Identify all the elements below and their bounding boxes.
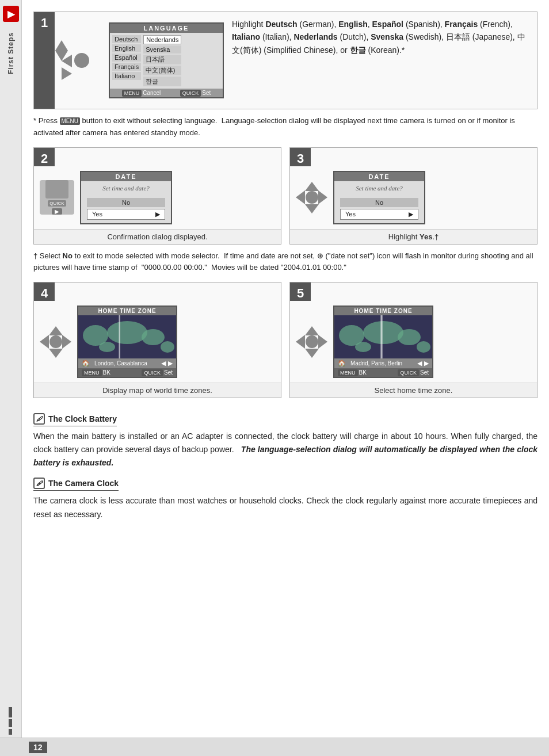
svg-rect-7 bbox=[119, 315, 120, 358]
clock-battery-section: 🖊 The Clock Battery When the main batter… bbox=[33, 413, 537, 469]
note-icon-2: 🖊 bbox=[33, 478, 45, 489]
lang-english: English bbox=[112, 44, 141, 52]
vbar-2 bbox=[9, 719, 12, 727]
step3-header: 3 bbox=[290, 148, 537, 166]
camera-clock-section: 🖊 The Camera Clock The camera clock is l… bbox=[33, 478, 537, 521]
language-dialog: LANGUAGE Deutsch English Español Françai… bbox=[109, 22, 224, 98]
lang-italiano: Italiano bbox=[112, 72, 141, 80]
home-icon-5: 🏠 bbox=[338, 360, 346, 367]
dpad-4 bbox=[40, 326, 71, 358]
step4-header: 4 bbox=[34, 282, 281, 301]
step1-number: 1 bbox=[34, 12, 55, 109]
htz-arrow-left-4: ◀ bbox=[161, 360, 166, 367]
language-footer: MENUCancel QUICKSet bbox=[110, 89, 223, 97]
step4-caption: Display map of world time zones. bbox=[34, 383, 281, 398]
lang-francais: Français bbox=[112, 63, 141, 71]
lang-chinese: 中文(简体) bbox=[143, 66, 181, 75]
dpad-center bbox=[74, 53, 89, 68]
page-number-bar: 12 bbox=[0, 738, 549, 756]
date-dialog-2-title: DATE bbox=[81, 172, 171, 181]
date-dialog-2: DATE Set time and date? No Yes ▶ bbox=[80, 171, 172, 224]
step5-box: 5 HOME TIME ZONE bbox=[289, 282, 537, 398]
camera-clock-body: The camera clock is less accurate than m… bbox=[33, 494, 537, 521]
play-button: ▶ bbox=[52, 208, 62, 215]
svg-point-3 bbox=[142, 329, 165, 345]
htz-location-5: Madrid, Paris, Berlin bbox=[350, 360, 415, 366]
step3-caption: Highlight Yes.† bbox=[290, 229, 537, 244]
htz-map-4 bbox=[78, 315, 176, 358]
vbar-1 bbox=[9, 707, 12, 717]
step4-box: 4 HOME TIME ZONE bbox=[33, 282, 281, 398]
note-icon-1: 🖊 bbox=[33, 413, 45, 425]
quick-button: QUICK bbox=[48, 200, 66, 207]
vert-bars bbox=[0, 707, 21, 738]
step1-box: 1 LANGUAGE Deutsch English Español bbox=[33, 12, 537, 109]
htz-arrow-right-4: ▶ bbox=[168, 360, 173, 367]
step4-number: 4 bbox=[34, 282, 55, 301]
dpad-right bbox=[62, 67, 72, 80]
step3-box: 3 DATE Set time and date? No bbox=[289, 147, 537, 245]
camera-body-2: QUICK ▶ bbox=[40, 180, 74, 215]
lang-deutsch: Deutsch bbox=[112, 35, 141, 43]
htz-location-4: London, Casablanca bbox=[94, 360, 159, 366]
dpad bbox=[62, 40, 102, 81]
step2-box: 2 QUICK ▶ DATE Set time and date? No Y bbox=[33, 147, 281, 245]
svg-point-5 bbox=[99, 342, 115, 352]
page-number: 12 bbox=[29, 742, 47, 753]
sidebar-label: First Steps bbox=[7, 32, 15, 74]
htz-dialog-5: HOME TIME ZONE bbox=[333, 306, 433, 378]
htz-actions-4: MENUBK QUICKSet bbox=[78, 368, 176, 377]
language-col2: Nederlands Svenska 日本語 中文(简体) 한글 bbox=[143, 35, 181, 86]
htz-footer-5: 🏠 Madrid, Paris, Berlin ◀ ▶ bbox=[334, 358, 432, 368]
sidebar-icon: ▶ bbox=[3, 6, 19, 22]
step2-caption: Confirmation dialog displayed. bbox=[34, 229, 281, 244]
lang-svenska: Svenska bbox=[143, 45, 181, 54]
date-dialog-3-body: Set time and date? No Yes ▶ bbox=[334, 181, 424, 223]
vbar-3 bbox=[9, 729, 12, 735]
step5-content: HOME TIME ZONE bbox=[290, 301, 537, 383]
htz-actions-5: MENUBK QUICKSet bbox=[334, 368, 432, 377]
date-subtitle-2: Set time and date? bbox=[87, 185, 165, 192]
date-dialog-3: DATE Set time and date? No Yes ▶ bbox=[333, 171, 425, 224]
dpad-3 bbox=[296, 182, 327, 213]
htz-arrow-right-5: ▶ bbox=[424, 360, 429, 367]
main-content: 1 LANGUAGE Deutsch English Español bbox=[22, 0, 549, 541]
svg-point-10 bbox=[363, 321, 403, 344]
step4-content: HOME TIME ZONE bbox=[34, 301, 281, 383]
language-dialog-area: LANGUAGE Deutsch English Español Françai… bbox=[109, 12, 224, 109]
date-yes-2: Yes ▶ bbox=[87, 209, 165, 220]
home-icon-4: 🏠 bbox=[82, 360, 90, 367]
language-dialog-body: Deutsch English Español Français Italian… bbox=[110, 33, 223, 89]
date-subtitle-3: Set time and date? bbox=[340, 185, 418, 192]
steps-2-3-row: 2 QUICK ▶ DATE Set time and date? No Y bbox=[33, 147, 537, 245]
step2-header: 2 bbox=[34, 148, 281, 166]
lang-japanese: 日本語 bbox=[143, 55, 181, 64]
asterisk-note: * Press MENU button to exit without sele… bbox=[33, 115, 537, 139]
svg-point-4 bbox=[161, 341, 174, 353]
dagger-note: † Select No to exit to mode selected wit… bbox=[33, 250, 537, 274]
date-dialog-3-title: DATE bbox=[334, 172, 424, 181]
step2-content: QUICK ▶ DATE Set time and date? No Yes ▶ bbox=[34, 166, 281, 229]
date-no-3: No bbox=[340, 198, 418, 207]
svg-point-11 bbox=[398, 329, 421, 345]
htz-title-4: HOME TIME ZONE bbox=[78, 307, 176, 315]
step1-left bbox=[55, 12, 109, 109]
svg-rect-15 bbox=[380, 315, 383, 358]
camera-clock-title: The Camera Clock bbox=[48, 479, 119, 488]
lang-nederlands: Nederlands bbox=[143, 35, 181, 44]
step1-description: Highlight Deutsch (German), English, Esp… bbox=[224, 12, 537, 109]
sidebar: ▶ First Steps bbox=[0, 0, 22, 756]
date-dialog-2-body: Set time and date? No Yes ▶ bbox=[81, 181, 171, 223]
clock-battery-body: When the main battery is installed or an… bbox=[33, 430, 537, 469]
svg-point-2 bbox=[107, 321, 147, 344]
htz-footer-4: 🏠 London, Casablanca ◀ ▶ bbox=[78, 358, 176, 368]
set-btn: QUICKSet bbox=[180, 90, 211, 96]
date-yes-3: Yes ▶ bbox=[340, 209, 418, 220]
htz-arrow-left-5: ◀ bbox=[417, 360, 422, 367]
camera-clock-header: 🖊 The Camera Clock bbox=[33, 478, 119, 491]
step5-number: 5 bbox=[290, 282, 311, 301]
step3-number: 3 bbox=[290, 148, 311, 166]
steps-4-5-row: 4 HOME TIME ZONE bbox=[33, 282, 537, 398]
date-no-2: No bbox=[87, 198, 165, 207]
svg-point-12 bbox=[417, 341, 430, 353]
